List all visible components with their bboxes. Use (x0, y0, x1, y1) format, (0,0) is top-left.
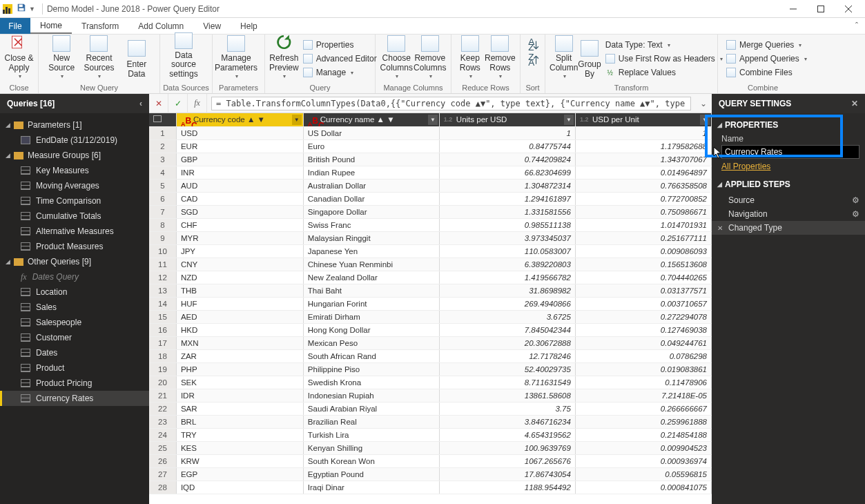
qat-dropdown-icon[interactable]: ▼ (29, 6, 35, 12)
cell[interactable]: Turkish Lira (303, 428, 439, 441)
manage-query-button[interactable]: Manage▾ (300, 66, 380, 79)
step-source[interactable]: Source⚙ (712, 193, 865, 207)
cell[interactable]: CAD (176, 192, 303, 205)
recent-sources-button[interactable]: Recent Sources▾ (80, 37, 117, 81)
cell[interactable]: 0.05596815 (575, 467, 711, 481)
cell[interactable]: BRL (176, 415, 303, 428)
cell[interactable]: AUD (176, 179, 303, 192)
cell[interactable]: 3.973345037 (439, 231, 575, 244)
cell[interactable]: 1.331581556 (439, 205, 575, 218)
cell[interactable]: 1188.954492 (439, 481, 575, 494)
cell[interactable]: 110.0583007 (439, 244, 575, 258)
column-dropdown-icon[interactable]: ▼ (428, 115, 438, 125)
row-number[interactable]: 4 (149, 166, 176, 179)
minimize-button[interactable] (779, 0, 807, 18)
cell[interactable]: GBP (176, 153, 303, 166)
cell[interactable]: Indian Rupee (303, 166, 439, 179)
cell[interactable]: SEK (176, 376, 303, 389)
table-row[interactable]: 26KRWSouth Korean Won1067.2656760.000936… (149, 454, 712, 467)
row-number[interactable]: 17 (149, 336, 176, 349)
cell[interactable]: 20.30672888 (439, 336, 575, 349)
cell[interactable]: 0.0786298 (575, 349, 711, 362)
cell[interactable]: New Zealand Dollar (303, 271, 439, 284)
row-number[interactable]: 20 (149, 376, 176, 389)
table-row[interactable]: 17MXNMexican Peso20.306728880.049244761 (149, 336, 712, 349)
cell[interactable]: Iraqi Dinar (303, 481, 439, 494)
cell[interactable]: Brazilian Real (303, 415, 439, 428)
query-name-input[interactable] (721, 145, 859, 159)
cell[interactable]: THB (176, 284, 303, 297)
cell[interactable]: 0.019083861 (575, 362, 711, 376)
cell[interactable]: 0.11478906 (575, 376, 711, 389)
table-row[interactable]: 3GBPBritish Pound0.7442098241.343707067 (149, 153, 712, 166)
cell[interactable]: 0.266666667 (575, 402, 711, 415)
gear-icon[interactable]: ⚙ (852, 209, 859, 219)
table-row[interactable]: 21IDRIndonesian Rupiah13861.586087.21418… (149, 389, 712, 402)
cell[interactable]: 0.272294078 (575, 310, 711, 323)
refresh-preview-button[interactable]: Refresh Preview▾ (269, 37, 299, 81)
cell[interactable]: 0.766358508 (575, 179, 711, 192)
row-number[interactable]: 18 (149, 349, 176, 362)
column-dropdown-icon[interactable]: ▼ (292, 115, 302, 125)
cell[interactable]: Canadian Dollar (303, 192, 439, 205)
row-number[interactable]: 5 (149, 179, 176, 192)
row-number[interactable]: 9 (149, 231, 176, 244)
cell[interactable]: 8.711631549 (439, 376, 575, 389)
row-number[interactable]: 26 (149, 454, 176, 467)
cell[interactable]: AED (176, 310, 303, 323)
cell[interactable]: 0.031377571 (575, 284, 711, 297)
cell[interactable]: 1.014701931 (575, 218, 711, 231)
cell[interactable]: Euro (303, 139, 439, 153)
cell[interactable]: SGD (176, 205, 303, 218)
row-number[interactable]: 19 (149, 362, 176, 376)
cell[interactable]: 4.654319562 (439, 428, 575, 441)
file-tab[interactable]: File (0, 18, 30, 34)
table-row[interactable]: 22SARSaudi Arabian Riyal3.750.266666667 (149, 402, 712, 415)
table-row[interactable]: 10JPYJapanese Yen110.05830070.009086093 (149, 244, 712, 258)
cell[interactable]: Kenyan Shilling (303, 441, 439, 454)
table-row[interactable]: 5AUDAustralian Dollar1.3048723140.766358… (149, 179, 712, 192)
cell[interactable]: Thai Baht (303, 284, 439, 297)
table-row[interactable]: 7SGDSingapore Dollar1.3315815560.7509866… (149, 205, 712, 218)
table-row[interactable]: 28IQDIraqi Dinar1188.9544920.000841075 (149, 481, 712, 494)
save-icon[interactable] (17, 3, 26, 14)
cell[interactable]: US Dollar (303, 126, 439, 139)
row-number[interactable]: 21 (149, 389, 176, 402)
cell[interactable]: 0.009086093 (575, 244, 711, 258)
table-row[interactable]: 4INRIndian Rupee66.823046990.014964897 (149, 166, 712, 179)
query-item-enddate-31-12-2019-[interactable]: EndDate (31/12/2019) (0, 133, 149, 148)
advanced-editor-button[interactable]: Advanced Editor (300, 52, 380, 65)
tab-transform[interactable]: Transform (72, 18, 128, 34)
row-number[interactable]: 8 (149, 218, 176, 231)
cell[interactable]: 7.845042344 (439, 323, 575, 336)
cell[interactable]: CHF (176, 218, 303, 231)
row-number[interactable]: 1 (149, 126, 176, 139)
row-number[interactable]: 7 (149, 205, 176, 218)
cell[interactable]: Emirati Dirham (303, 310, 439, 323)
query-item-product-pricing[interactable]: Product Pricing (0, 376, 149, 391)
cell[interactable]: 0.049244761 (575, 336, 711, 349)
row-number[interactable]: 15 (149, 310, 176, 323)
remove-columns-button[interactable]: Remove Columns▾ (414, 37, 447, 81)
cell[interactable]: 269.4940866 (439, 297, 575, 310)
query-item-product-measures[interactable]: Product Measures (0, 239, 149, 254)
query-item-product[interactable]: Product (0, 360, 149, 376)
cell[interactable]: Japanese Yen (303, 244, 439, 258)
query-item-dates-query[interactable]: fxDates Query (0, 269, 149, 284)
table-row[interactable]: 25KESKenyan Shilling100.96397690.0099045… (149, 441, 712, 454)
cell[interactable]: 0.84775744 (439, 139, 575, 153)
cell[interactable]: British Pound (303, 153, 439, 166)
cell[interactable]: HKD (176, 323, 303, 336)
query-item-salespeople[interactable]: Salespeople (0, 315, 149, 330)
cell[interactable]: 0.000841075 (575, 481, 711, 494)
cell[interactable]: Australian Dollar (303, 179, 439, 192)
cell[interactable]: KES (176, 441, 303, 454)
query-item-cumulative-totals[interactable]: Cumulative Totals (0, 209, 149, 224)
row-number[interactable]: 2 (149, 139, 176, 153)
cell[interactable]: 0.985511138 (439, 218, 575, 231)
column-header-2[interactable]: 1.2Units per USD▼ (439, 113, 575, 126)
formula-input[interactable] (211, 97, 691, 110)
cell[interactable]: 1.419566782 (439, 271, 575, 284)
cell[interactable]: Singapore Dollar (303, 205, 439, 218)
cell[interactable]: Hungarian Forint (303, 297, 439, 310)
